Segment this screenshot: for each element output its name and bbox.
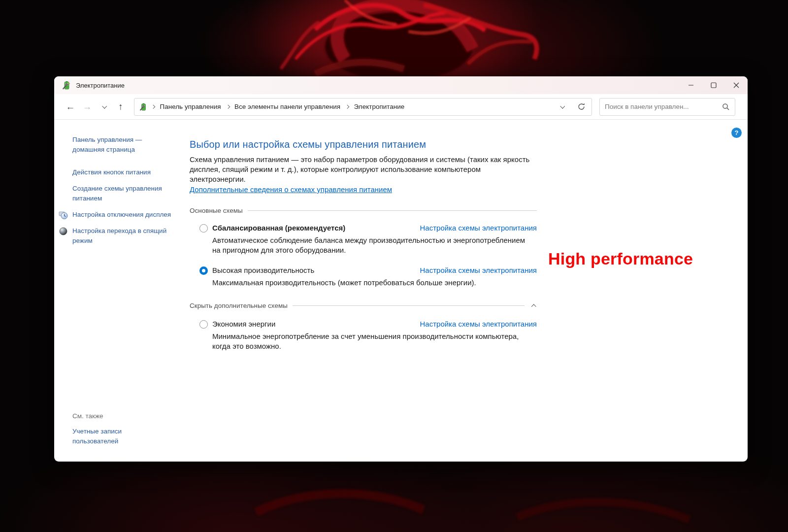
breadcrumb-control-panel[interactable]: Панель управления (159, 101, 222, 112)
see-also-user-accounts-link[interactable]: Учетные записи пользователей (72, 427, 146, 446)
power-battery-icon-small (139, 103, 147, 111)
group-label: Скрыть дополнительные схемы (190, 302, 288, 309)
plan-radio[interactable] (199, 266, 208, 275)
plan-description: Максимальная производительность (может п… (212, 278, 527, 288)
collapse-additional-plans-button[interactable] (531, 301, 537, 310)
see-also-heading: См. также (72, 412, 146, 420)
search-box[interactable] (599, 98, 735, 116)
sidebar: Панель управления — домашняя страница Де… (54, 135, 178, 252)
plan-radio[interactable] (199, 224, 208, 233)
forward-button[interactable]: → (79, 99, 96, 115)
plan-description: Минимальное энергопотребление за счет ум… (212, 332, 527, 351)
breadcrumb-power-options[interactable]: Электропитание (353, 101, 406, 112)
page-title: Выбор или настройка схемы управления пит… (190, 139, 537, 150)
plan-name[interactable]: Сбалансированная (рекомендуется) (212, 224, 420, 232)
plan-description: Автоматическое соблюдение баланса между … (212, 235, 527, 255)
refresh-button[interactable] (574, 100, 589, 114)
navigation-bar: ← → ↑ Панель управления Все элементы пан… (54, 94, 748, 120)
help-button[interactable]: ? (731, 128, 742, 138)
sidebar-item-power-buttons[interactable]: Действия кнопок питания (72, 167, 173, 177)
chevron-down-icon (560, 104, 565, 109)
sidebar-item-label: Настройка перехода в спящий режим (72, 227, 166, 244)
breadcrumb-separator-icon (151, 105, 155, 109)
more-info-link[interactable]: Дополнительные сведения о схемах управле… (190, 185, 392, 194)
chevron-down-icon (102, 104, 107, 109)
title-bar[interactable]: Электропитание (54, 76, 748, 94)
maximize-button[interactable] (702, 76, 725, 94)
breadcrumb-all-items[interactable]: Все элементы панели управления (233, 101, 341, 112)
plan-radio[interactable] (199, 320, 208, 329)
plan-name[interactable]: Высокая производительность (212, 266, 420, 274)
sidebar-item-sleep-settings[interactable]: Настройка перехода в спящий режим (72, 226, 173, 246)
history-dropdown-button[interactable] (96, 99, 112, 115)
plan-balanced: Сбалансированная (рекомендуется) Настрой… (190, 224, 537, 255)
breadcrumb-separator-icon (226, 105, 230, 109)
page-description: Схема управления питанием — это набор па… (190, 155, 537, 184)
divider (293, 305, 525, 306)
power-options-window: Электропитание ← → ↑ (54, 76, 748, 462)
search-icon (722, 103, 730, 111)
high-performance-annotation: High performance (548, 249, 693, 268)
plan-settings-link[interactable]: Настройка схемы электропитания (420, 224, 537, 232)
group-main-plans: Основные схемы (190, 207, 537, 214)
sidebar-item-display-off[interactable]: Настройка отключения дисплея (72, 210, 173, 220)
minimize-button[interactable] (680, 76, 702, 94)
plan-high-performance: Высокая производительность Настройка схе… (190, 266, 537, 288)
plan-name[interactable]: Экономия энергии (212, 320, 420, 328)
plan-settings-link[interactable]: Настройка схемы электропитания (420, 266, 537, 274)
sidebar-item-control-panel-home[interactable]: Панель управления — домашняя страница (72, 135, 173, 155)
divider (248, 210, 537, 211)
window-title: Электропитание (76, 82, 125, 89)
power-battery-icon (62, 81, 71, 90)
back-button[interactable]: ← (62, 99, 79, 115)
refresh-icon (577, 102, 586, 111)
sidebar-item-create-plan[interactable]: Создание схемы управления питанием (72, 184, 173, 203)
sidebar-item-label: Настройка отключения дисплея (72, 211, 171, 218)
sleep-icon (59, 227, 68, 236)
address-bar[interactable]: Панель управления Все элементы панели уп… (134, 98, 592, 116)
up-button[interactable]: ↑ (112, 99, 129, 115)
display-clock-icon (59, 210, 68, 220)
plan-settings-link[interactable]: Настройка схемы электропитания (420, 320, 537, 328)
chevron-up-icon (531, 304, 536, 309)
plan-power-saver: Экономия энергии Настройка схемы электро… (190, 320, 537, 351)
close-button[interactable] (725, 76, 748, 94)
search-input[interactable] (605, 103, 722, 110)
group-additional-plans: Скрыть дополнительные схемы (190, 301, 537, 310)
main-content: Выбор или настройка схемы управления пит… (190, 139, 537, 362)
group-label: Основные схемы (190, 207, 243, 214)
see-also-section: См. также Учетные записи пользователей (72, 412, 146, 446)
breadcrumb-separator-icon (345, 105, 349, 109)
address-dropdown-button[interactable] (555, 100, 569, 114)
